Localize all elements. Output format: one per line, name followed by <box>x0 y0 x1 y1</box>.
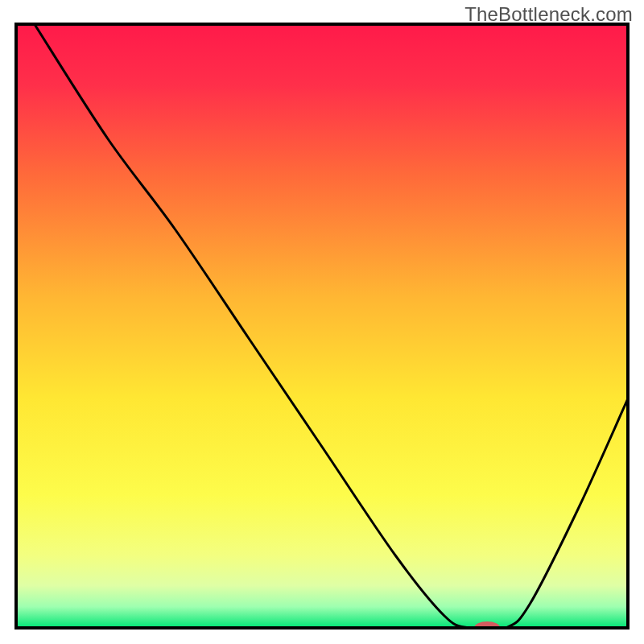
watermark-text: TheBottleneck.com <box>464 3 633 26</box>
chart-background <box>16 24 628 628</box>
bottleneck-chart <box>0 0 644 644</box>
chart-container: { "watermark": "TheBottleneck.com", "cha… <box>0 0 644 644</box>
